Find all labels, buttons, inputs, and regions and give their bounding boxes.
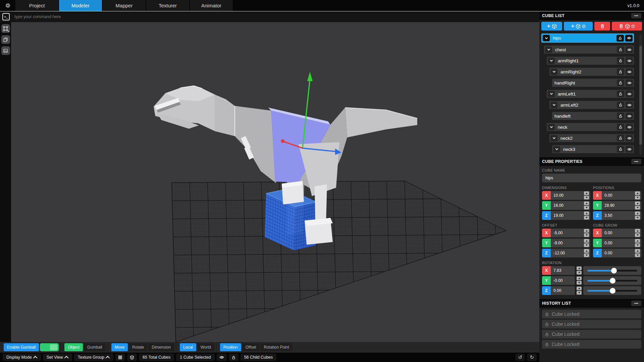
history-item[interactable]: Cube Locked (542, 320, 641, 328)
stepper[interactable] (635, 249, 640, 257)
tab-texturer[interactable]: Texturer (146, 0, 189, 11)
dimension-y-field[interactable]: Y 16.00 (542, 201, 590, 210)
chevron-down-icon[interactable] (543, 35, 550, 41)
cube-list-item-neck3[interactable]: neck3 (552, 145, 634, 153)
stepper[interactable] (577, 277, 582, 285)
stepper[interactable] (635, 229, 640, 237)
eye-icon[interactable] (626, 102, 633, 108)
stepper[interactable] (635, 212, 640, 220)
cube-list-item-armRight1[interactable]: armRight1 (547, 57, 634, 65)
add-child-cube-button[interactable]: + (564, 22, 593, 31)
gumball-mode-button[interactable]: Gumball (84, 343, 106, 351)
tab-project[interactable]: Project (15, 0, 58, 11)
eye-icon[interactable] (626, 135, 633, 141)
world-space-button[interactable]: World (197, 343, 214, 351)
dimension-z-field[interactable]: Z 19.00 (542, 211, 590, 220)
tab-mapper[interactable]: Mapper (103, 0, 146, 11)
undo-button[interactable]: ↺ (516, 354, 525, 361)
stepper[interactable] (577, 287, 582, 295)
dimension-button[interactable]: Dimension (148, 343, 174, 351)
cube-list-item-armRight2[interactable]: armRight2 (549, 68, 634, 76)
delete-cube-button[interactable] (594, 22, 610, 31)
rotate-button[interactable]: Rotate (129, 343, 147, 351)
cube-list-item-armLeft2[interactable]: armLeft2 (549, 101, 634, 109)
gumball-toggle[interactable] (40, 343, 59, 351)
history-item[interactable]: Cube Locked (542, 340, 641, 349)
stepper[interactable] (635, 201, 640, 209)
lock-icon[interactable] (617, 46, 624, 53)
cube-view-icon[interactable] (127, 354, 137, 361)
rotation-x-field[interactable]: X 7.83 (542, 266, 575, 275)
lock-icon[interactable] (617, 79, 624, 86)
cube-list-item-neck2[interactable]: neck2 (549, 134, 634, 142)
rotation-y-field[interactable]: Y -0.00 (542, 276, 575, 285)
lock-icon[interactable] (229, 354, 238, 361)
rotation-x-slider[interactable] (583, 266, 641, 275)
eye-icon[interactable] (626, 113, 633, 119)
chevron-down-icon[interactable] (545, 47, 552, 53)
eye-icon[interactable] (626, 90, 633, 97)
eye-icon[interactable] (626, 124, 633, 130)
history-item[interactable]: Cube Locked (542, 310, 641, 318)
rotation-z-slider[interactable] (583, 286, 641, 295)
cube-list-item-handRight[interactable]: handRight (552, 79, 634, 87)
lock-icon[interactable] (617, 135, 624, 141)
texture-group-dropdown[interactable]: Texture Group (74, 354, 113, 361)
redo-button[interactable]: ↻ (527, 354, 537, 361)
stepper[interactable] (584, 201, 589, 209)
display-mode-dropdown[interactable]: Display Mode (3, 354, 41, 361)
image-icon[interactable] (1, 46, 10, 55)
object-mode-button[interactable]: Object (64, 343, 83, 351)
cube-grow-y-field[interactable]: Y 0.00 (593, 239, 641, 247)
cube-list-item-handleft[interactable]: handleft (552, 112, 634, 120)
rotation-z-field[interactable]: Z 0.00 (542, 286, 575, 295)
chevron-down-icon[interactable] (550, 102, 557, 108)
lock-icon[interactable] (616, 35, 624, 42)
offset-y-field[interactable]: Y -9.00 (542, 239, 590, 247)
viewport-3d-canvas[interactable] (11, 22, 539, 342)
slider-thumb[interactable] (610, 288, 615, 294)
layers-icon[interactable] (1, 35, 10, 44)
grid-view-icon[interactable] (115, 354, 125, 361)
eye-icon[interactable] (625, 35, 633, 42)
minimize-button[interactable] (631, 13, 641, 18)
stepper[interactable] (584, 191, 589, 199)
rotation-y-slider[interactable] (583, 276, 641, 285)
stepper[interactable] (584, 212, 589, 220)
tab-animator[interactable]: Animator (190, 0, 233, 11)
stepper[interactable] (635, 239, 640, 247)
chevron-down-icon[interactable] (553, 146, 560, 153)
eye-icon[interactable] (626, 79, 633, 86)
minimize-button[interactable] (631, 301, 641, 306)
position-y-field[interactable]: Y 28.90 (593, 201, 641, 210)
slider-thumb[interactable] (611, 268, 617, 274)
slider-thumb[interactable] (610, 278, 615, 284)
cube-list-item-neck[interactable]: neck (547, 123, 634, 131)
chevron-down-icon[interactable] (548, 124, 555, 130)
cube-grow-x-field[interactable]: X 0.00 (593, 229, 641, 237)
stepper[interactable] (584, 249, 589, 257)
cube-list-item-hips[interactable]: hips (541, 34, 634, 43)
visibility-eye-icon[interactable] (217, 354, 227, 361)
lock-icon[interactable] (617, 124, 624, 130)
cube-list-item-chest[interactable]: chest (544, 46, 634, 54)
offset-button[interactable]: Offset (242, 343, 260, 351)
stepper[interactable] (584, 229, 589, 237)
cube-grow-z-field[interactable]: Z 0.00 (593, 249, 641, 257)
settings-gear-icon[interactable] (0, 0, 15, 11)
lock-icon[interactable] (617, 102, 624, 108)
add-cube-button[interactable]: + (541, 22, 562, 31)
offset-z-field[interactable]: Z -12.00 (542, 249, 590, 257)
offset-x-field[interactable]: X -5.00 (542, 229, 590, 237)
lock-icon[interactable] (617, 57, 624, 64)
position-z-field[interactable]: Z 3.50 (593, 211, 641, 220)
terminal-icon[interactable]: >_ (2, 13, 10, 20)
eye-icon[interactable] (626, 46, 633, 53)
dimension-x-field[interactable]: X 10.00 (542, 191, 590, 200)
cube-list-item-armLeft1[interactable]: armLeft1 (547, 90, 634, 98)
tab-modeler[interactable]: Modeler (59, 0, 102, 11)
delete-cube-children-button[interactable] (612, 22, 642, 31)
lock-icon[interactable] (617, 68, 624, 75)
position-button[interactable]: Position (220, 343, 241, 351)
chevron-down-icon[interactable] (550, 135, 557, 141)
